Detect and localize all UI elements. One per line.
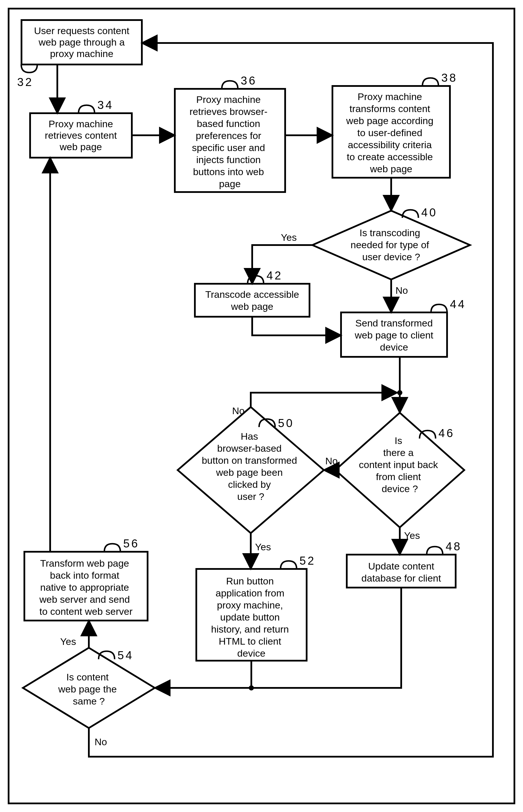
edge-54-no: No [94,736,107,747]
node-38: Proxy machine transforms content web pag… [332,71,458,178]
ref-50: 50 [278,417,294,429]
ref-44: 44 [450,298,466,310]
svg-text:Run button
      application f: Run button application from proxy machin… [211,576,292,658]
ref-38: 38 [441,71,458,84]
ref-54: 54 [118,649,134,662]
edge-46-no: No [325,455,338,466]
flowchart: User requests contentweb page through ap… [0,0,523,812]
edge-40-no: No [395,285,408,296]
node-36: Proxy machine retrieves browser- based f… [175,74,285,192]
svg-text:Transform web page
      back : Transform web page back into format nati… [39,558,132,617]
ref-34: 34 [97,98,114,111]
ref-36: 36 [241,74,257,87]
ref-56: 56 [123,537,140,550]
node-52: Run button application from proxy machin… [196,554,316,661]
edge-46-yes: Yes [404,530,420,541]
ref-40: 40 [421,206,438,219]
edge-54-yes: Yes [60,636,76,647]
ref-52: 52 [300,554,316,567]
ref-42: 42 [267,269,283,282]
ref-32: 32 [17,76,34,88]
edge-50-no: No [232,405,245,416]
ref-46: 46 [438,427,455,439]
edge-50-yes: Yes [255,541,271,552]
edge-40-yes: Yes [281,232,296,243]
svg-text:Proxy machine
      transforms: Proxy machine transforms content web pag… [346,91,436,174]
svg-text:Is transcoding
      needed fo: Is transcoding needed for type of user d… [350,227,432,262]
svg-point-28 [249,685,254,690]
ref-48: 48 [446,540,462,553]
